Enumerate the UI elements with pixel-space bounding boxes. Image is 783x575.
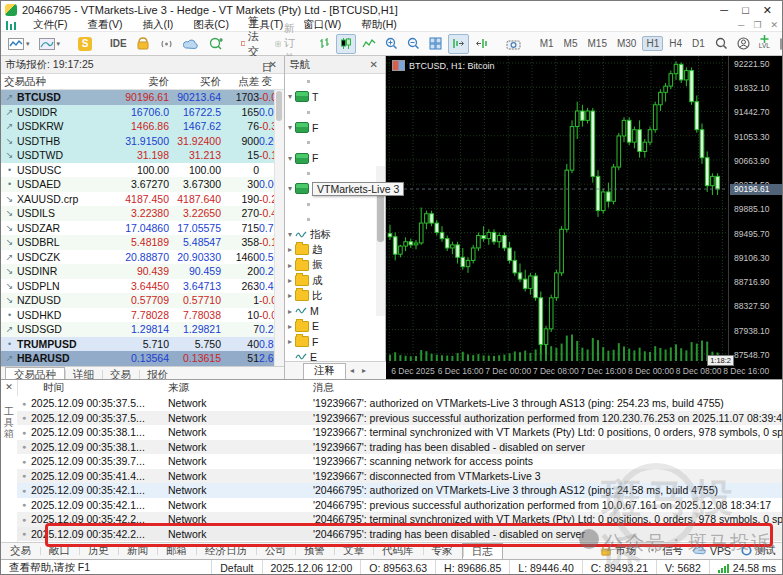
search-icon[interactable] xyxy=(712,35,731,53)
market-watch-row[interactable]: ↘USDBRL5.481895.48547358-0.14% xyxy=(1,235,284,250)
market-bag-icon[interactable] xyxy=(133,35,153,53)
account-icon[interactable] xyxy=(734,35,753,53)
journal-row[interactable]: ●2025.12.09 00:35:42.1...Network'2046679… xyxy=(17,498,783,513)
child-restore-button[interactable]: ❐ xyxy=(753,20,761,30)
market-watch-row[interactable]: ↘USDINR90.43990.459200.29% xyxy=(1,264,284,279)
child-close-button[interactable]: ✕ xyxy=(770,20,778,30)
chart-shift-button[interactable] xyxy=(448,34,469,54)
vps-cloud-icon[interactable] xyxy=(180,35,202,53)
new-chart-button[interactable]: ▾ xyxy=(5,35,33,53)
toolbox-tab-交易[interactable]: 交易 xyxy=(1,544,40,558)
expander-icon[interactable]: ▾ xyxy=(285,92,295,101)
journal-row[interactable]: ●2025.12.09 00:35:39.7...Network'1923966… xyxy=(17,454,783,469)
chart-profile-button[interactable]: ▾ xyxy=(36,35,64,53)
timeframe-button-h4[interactable]: H4 xyxy=(665,36,686,51)
market-watch-row[interactable]: ↗USDKRW1466.861467.6276-0.30% xyxy=(1,119,284,134)
tile-windows-button[interactable] xyxy=(426,35,445,53)
expander-icon[interactable]: ▾ xyxy=(285,230,295,239)
market-watch-row[interactable]: ↘USDILS3.223803.22650270-0.45% xyxy=(1,206,284,221)
new-signal-icon[interactable] xyxy=(205,35,226,53)
journal-column-headers[interactable]: 时间来源消息 xyxy=(17,380,783,397)
menu-item[interactable]: 文件(F) xyxy=(23,18,77,32)
status-profile[interactable]: Default xyxy=(212,560,262,575)
journal-column-header[interactable]: 时间 xyxy=(17,381,168,395)
toolbox-close-icon[interactable]: ✕ xyxy=(5,380,13,392)
timeframe-button-h1[interactable]: H1 xyxy=(642,36,663,51)
market-watch-row[interactable]: •USDAED3.672703.67300300.00% xyxy=(1,177,284,192)
navigator-item[interactable]: ▸M xyxy=(285,303,385,318)
navigator-item[interactable]: ▾指标 xyxy=(285,227,385,242)
market-watch-row[interactable]: ↘USDPLN3.644503.647132630.45% xyxy=(1,279,284,294)
menu-item[interactable]: 查看(V) xyxy=(77,18,132,32)
market-watch-row[interactable]: •USDUSC100.00100.000 xyxy=(1,163,284,178)
zoom-out-button[interactable] xyxy=(404,35,423,53)
new-order-button[interactable]: 新订单 xyxy=(272,35,304,53)
screenshot-camera-icon[interactable] xyxy=(503,35,524,53)
navigator-item[interactable]: ▸比 xyxy=(285,288,385,303)
market-watch-row[interactable]: ↗USDSGD1.298141.2982170.25% xyxy=(1,322,284,337)
child-minimize-button[interactable]: ─ xyxy=(738,20,744,30)
market-watch-row[interactable]: ↘USDTHB31.9150031.924009000.20% xyxy=(1,134,284,149)
expander-icon[interactable]: ▸ xyxy=(285,276,295,285)
navigator-item[interactable]: ▸趋 xyxy=(285,242,385,257)
lvl-button[interactable]: LVL xyxy=(756,35,773,53)
auto-scroll-button[interactable] xyxy=(472,35,491,53)
expander-icon[interactable]: ▾ xyxy=(285,154,295,163)
status-latency[interactable]: 24.58 ms xyxy=(710,560,783,575)
journal-row[interactable]: ●2025.12.09 00:35:41.4...Network'1923966… xyxy=(17,469,783,484)
timeframe-button-d1[interactable]: D1 xyxy=(688,36,709,51)
line-chart-style-button[interactable] xyxy=(359,35,379,53)
market-watch-row[interactable]: ↗HBARUSD0.135640.13615512.63% xyxy=(1,351,284,366)
column-header[interactable]: 卖价 xyxy=(112,75,169,89)
maximize-button[interactable]: □ xyxy=(742,4,749,17)
navigator-item[interactable]: ▾F xyxy=(285,150,385,165)
market-watch-row[interactable]: •TRUMPUSD5.7105.750400.88% xyxy=(1,337,284,352)
expander-icon[interactable]: ▾ xyxy=(285,123,295,132)
expander-icon[interactable]: ▸ xyxy=(285,261,295,270)
timeframe-button-m5[interactable]: M5 xyxy=(560,36,582,51)
column-header[interactable]: 买价 xyxy=(169,75,221,89)
market-watch-row[interactable]: ↘XAUUSD.crp4187.4504187.640190-0.28% xyxy=(1,192,284,207)
market-watch-row[interactable]: ↗USDCZK20.8887020.9033014600.56% xyxy=(1,250,284,265)
expander-icon[interactable]: ▸ xyxy=(285,307,295,316)
navigator-item[interactable]: ▸振 xyxy=(285,258,385,273)
tick-chart-style-button[interactable] xyxy=(316,35,333,53)
close-button[interactable]: ✕ xyxy=(763,4,772,17)
mql5-community-button[interactable]: S xyxy=(75,35,95,53)
journal-row[interactable]: ●2025.12.09 00:35:42.1...Network'2046679… xyxy=(17,483,783,498)
minimize-button[interactable]: ─ xyxy=(720,4,728,17)
ide-button[interactable]: IDE xyxy=(107,35,130,53)
navigator-close-icon[interactable]: ✕ xyxy=(367,59,381,70)
navigator-item[interactable]: ▸E xyxy=(285,319,385,334)
expander-icon[interactable]: ▸ xyxy=(285,337,295,346)
algo-trading-button[interactable]: 算法交易 xyxy=(238,35,269,53)
market-watch-row[interactable]: ↗BTCUSD90196.6190213.641703-0.03% xyxy=(1,90,284,105)
timeframe-button-m1[interactable]: M1 xyxy=(536,36,558,51)
timeframe-button-m30[interactable]: M30 xyxy=(613,36,640,51)
journal-row[interactable]: ●2025.12.09 00:35:37.5...Network'1923966… xyxy=(17,396,783,411)
market-watch-row[interactable]: ↘NZDUSD0.577090.577101-0.04% xyxy=(1,293,284,308)
signals-icon[interactable] xyxy=(156,35,177,53)
expander-icon[interactable]: ▸ xyxy=(285,322,295,331)
timeframe-button-m15[interactable]: M15 xyxy=(584,36,611,51)
tab-scroll-right-icon[interactable]: ▸ xyxy=(358,366,370,375)
expander-icon[interactable]: ▸ xyxy=(285,291,295,300)
market-watch-row[interactable]: ↘USDZAR17.0486017.055757150.73% xyxy=(1,221,284,236)
journal-row[interactable]: ●2025.12.09 00:35:38.1...Network'1923966… xyxy=(17,425,783,440)
navigator-item[interactable]: ▾T xyxy=(285,89,385,104)
menu-item[interactable]: 插入(I) xyxy=(132,18,183,32)
candlestick-style-button[interactable] xyxy=(336,34,356,54)
expander-icon[interactable]: ▸ xyxy=(285,245,295,254)
journal-row[interactable]: ●2025.12.09 00:35:38.1...Network'1923966… xyxy=(17,440,783,455)
column-header[interactable]: 点差 xyxy=(221,75,259,89)
navigator-item[interactable]: ▸成 xyxy=(285,273,385,288)
menu-item[interactable]: 窗口(W) xyxy=(293,18,351,32)
column-header[interactable]: 交易品种 xyxy=(1,75,112,89)
expander-icon[interactable]: ▾ xyxy=(285,184,295,193)
chart-plot-area[interactable] xyxy=(386,56,728,363)
market-watch-row[interactable]: ↗ONDOUSD0.47320.4814823.07% xyxy=(1,366,284,367)
market-watch-row[interactable]: ↘USDTWD31.19831.21315-0.16% xyxy=(1,148,284,163)
market-watch-scrollbar[interactable] xyxy=(274,90,284,366)
zoom-in-button[interactable] xyxy=(382,35,401,53)
menu-item[interactable]: 帮助(H) xyxy=(351,18,407,32)
